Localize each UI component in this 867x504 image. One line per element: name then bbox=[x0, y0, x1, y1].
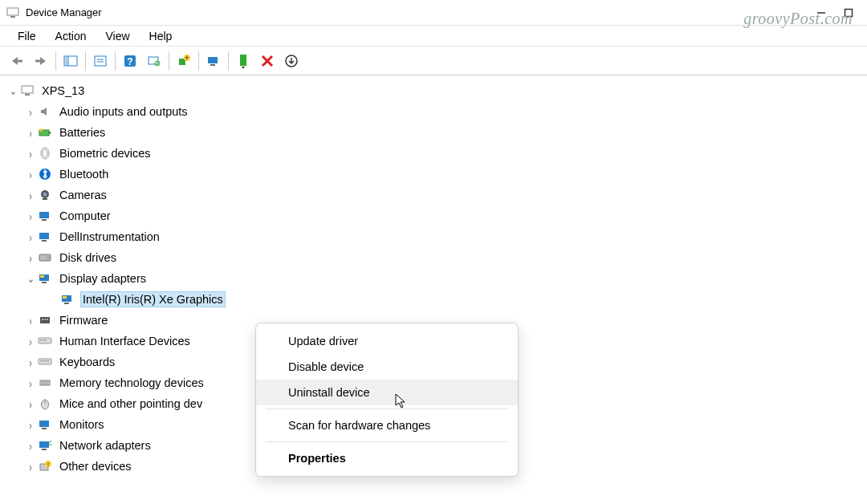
svg-rect-56 bbox=[43, 360, 44, 362]
svg-point-39 bbox=[47, 257, 50, 259]
tree-item-dell[interactable]: › DellInstrumentation bbox=[6, 226, 867, 247]
chevron-right-icon[interactable]: › bbox=[24, 168, 37, 181]
svg-text:+: + bbox=[185, 54, 189, 62]
show-hide-tree-button[interactable] bbox=[59, 49, 83, 73]
enable-device-button[interactable] bbox=[231, 49, 255, 73]
tree-label: Monitors bbox=[58, 417, 106, 432]
computer-icon bbox=[37, 209, 53, 223]
svg-rect-41 bbox=[42, 282, 47, 283]
chevron-right-icon[interactable]: › bbox=[24, 189, 37, 202]
menu-action[interactable]: Action bbox=[46, 27, 96, 45]
disk-icon bbox=[37, 250, 53, 265]
svg-rect-24 bbox=[25, 94, 30, 96]
svg-rect-42 bbox=[40, 275, 44, 278]
tree-item-bluetooth[interactable]: › Bluetooth bbox=[6, 164, 867, 185]
tree-label-selected: Intel(R) Iris(R) Xe Graphics bbox=[80, 291, 226, 307]
chevron-right-icon[interactable]: › bbox=[24, 439, 37, 453]
tree-label: Memory technology devices bbox=[58, 376, 206, 390]
tree-item-cameras[interactable]: › Cameras bbox=[6, 185, 867, 205]
ctx-properties[interactable]: Properties bbox=[256, 445, 518, 471]
chevron-right-icon[interactable]: › bbox=[24, 147, 37, 161]
add-hardware-button[interactable]: + bbox=[172, 49, 196, 73]
svg-rect-49 bbox=[47, 319, 48, 320]
tree-label: Keyboards bbox=[58, 355, 116, 369]
chevron-right-icon[interactable]: › bbox=[24, 397, 37, 411]
ctx-update-driver[interactable]: Update driver bbox=[256, 328, 518, 354]
speaker-icon bbox=[37, 104, 53, 119]
chevron-right-icon[interactable]: › bbox=[24, 230, 37, 244]
svg-point-27 bbox=[39, 128, 43, 132]
tree-item-intel-graphics[interactable]: › Intel(R) Iris(R) Xe Graphics bbox=[6, 289, 867, 310]
svg-rect-20 bbox=[210, 64, 215, 66]
bluetooth-icon bbox=[37, 167, 53, 181]
chevron-right-icon[interactable]: › bbox=[24, 209, 37, 223]
forward-button[interactable] bbox=[29, 49, 53, 73]
svg-rect-57 bbox=[45, 360, 47, 362]
chevron-down-icon[interactable]: ⌄ bbox=[24, 271, 37, 286]
menu-help[interactable]: Help bbox=[140, 27, 182, 45]
tree-label: Bluetooth bbox=[58, 167, 110, 181]
scan-button[interactable] bbox=[142, 49, 166, 73]
install-legacy-button[interactable] bbox=[279, 49, 303, 73]
svg-rect-45 bbox=[63, 296, 67, 299]
tree-label: Display adapters bbox=[58, 271, 148, 286]
network-icon bbox=[37, 438, 53, 453]
ctx-separator bbox=[266, 408, 508, 409]
svg-rect-19 bbox=[208, 57, 218, 63]
toolbar-sep bbox=[198, 51, 199, 71]
firmware-icon bbox=[37, 313, 53, 327]
properties-button[interactable] bbox=[88, 49, 112, 73]
tree-label: Biometric devices bbox=[58, 146, 153, 161]
svg-text:!: ! bbox=[47, 461, 49, 467]
svg-rect-1 bbox=[10, 16, 15, 18]
tree-root[interactable]: ⌄ XPS_13 bbox=[6, 80, 867, 101]
svg-rect-67 bbox=[39, 441, 49, 448]
context-menu: Update driver Disable device Uninstall d… bbox=[255, 323, 519, 477]
help-button[interactable]: ? bbox=[118, 49, 142, 73]
tree-item-batteries[interactable]: › Batteries bbox=[6, 122, 867, 143]
svg-rect-65 bbox=[39, 421, 49, 427]
chevron-down-icon[interactable]: ⌄ bbox=[6, 83, 19, 98]
chevron-right-icon[interactable]: › bbox=[24, 418, 37, 432]
menu-file[interactable]: File bbox=[8, 27, 46, 45]
svg-rect-35 bbox=[42, 219, 47, 221]
ctx-scan-hardware[interactable]: Scan for hardware changes bbox=[256, 413, 518, 438]
toolbar-sep bbox=[55, 51, 56, 71]
tree-item-disk[interactable]: › Disk drives bbox=[6, 247, 867, 268]
uninstall-device-button[interactable] bbox=[255, 49, 279, 73]
toolbar-sep bbox=[85, 51, 86, 71]
chevron-right-icon[interactable]: › bbox=[24, 105, 37, 119]
chevron-right-icon[interactable]: › bbox=[24, 251, 37, 265]
tree-item-display[interactable]: ⌄ Display adapters bbox=[6, 268, 867, 289]
tree-item-computer[interactable]: › Computer bbox=[6, 205, 867, 226]
chevron-right-icon[interactable]: › bbox=[24, 460, 37, 474]
ctx-disable-device[interactable]: Disable device bbox=[256, 354, 518, 380]
other-icon: ! bbox=[37, 459, 53, 474]
memory-icon bbox=[37, 376, 53, 390]
svg-rect-9 bbox=[95, 56, 106, 66]
svg-rect-14 bbox=[149, 57, 158, 64]
update-driver-button[interactable] bbox=[201, 49, 226, 73]
watermark: groovyPost.com bbox=[743, 10, 853, 28]
tree-label: Batteries bbox=[58, 125, 107, 140]
toolbar-sep bbox=[169, 51, 169, 71]
svg-rect-23 bbox=[22, 86, 33, 93]
chevron-right-icon[interactable]: › bbox=[24, 335, 37, 348]
back-button[interactable] bbox=[5, 49, 29, 73]
chevron-right-icon[interactable]: › bbox=[24, 126, 37, 140]
chevron-right-icon[interactable]: › bbox=[24, 314, 37, 327]
menubar: File Action View Help bbox=[0, 26, 867, 47]
tree-item-audio[interactable]: › Audio inputs and outputs bbox=[6, 101, 867, 122]
svg-rect-37 bbox=[42, 240, 47, 242]
fingerprint-icon bbox=[37, 146, 53, 161]
ctx-uninstall-device[interactable]: Uninstall device bbox=[256, 380, 518, 405]
tree-label: Mice and other pointing dev bbox=[58, 396, 204, 411]
tree-item-biometric[interactable]: › Biometric devices bbox=[6, 143, 867, 164]
tree-label: Other devices bbox=[58, 459, 132, 474]
computer-icon bbox=[19, 83, 35, 98]
menu-view[interactable]: View bbox=[96, 27, 139, 45]
svg-rect-44 bbox=[64, 303, 69, 304]
chevron-right-icon[interactable]: › bbox=[24, 376, 37, 390]
toolbar-sep bbox=[115, 51, 116, 71]
chevron-right-icon[interactable]: › bbox=[24, 356, 37, 369]
